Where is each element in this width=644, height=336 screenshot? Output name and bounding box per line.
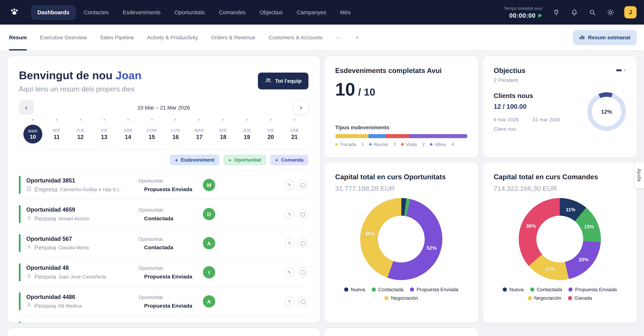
user-first-name: Joan	[116, 69, 142, 81]
status-label: Propuesta Enviada	[138, 273, 203, 280]
nav-mes[interactable]: Més	[334, 5, 356, 19]
events-count: 10 / 10	[335, 79, 468, 100]
opps-card-title: Capital total en curs Oportunitats	[335, 173, 468, 181]
welcome-card: Benvingut de nou Joan Aquí tens un resum…	[7, 56, 320, 323]
pencil-icon: ✎	[288, 240, 292, 246]
legend-dot	[372, 288, 376, 292]
circle-icon	[300, 212, 305, 216]
list-item[interactable]: Oportunidad 791 Oportunitat	[19, 316, 308, 323]
nav-esdeveniments[interactable]: Esdeveniments	[117, 5, 166, 19]
assignee-avatar[interactable]: I	[203, 266, 215, 278]
work-timer-value: 00:00:00	[509, 12, 536, 19]
calendar-day[interactable]: VIE13	[93, 119, 116, 144]
list-item[interactable]: Oportunidad 567 Persona Claudia Mena Opo…	[19, 229, 308, 258]
complete-button[interactable]	[298, 180, 308, 190]
play-icon[interactable]	[538, 13, 542, 17]
assignee-avatar[interactable]: A	[203, 295, 215, 307]
legend-dot	[530, 288, 534, 292]
calendar-day[interactable]: JUE12	[69, 119, 92, 144]
goal-dates: 9 mar 2026 31 mar 2026	[494, 117, 560, 123]
complete-button[interactable]	[298, 238, 308, 248]
nav-comandes[interactable]: Comandes	[213, 5, 251, 19]
calendar-day[interactable]: VIE20	[259, 119, 282, 144]
work-timer: Temps treballat avui 00:00:00	[504, 6, 542, 19]
person-icon	[26, 215, 32, 222]
app-logo[interactable]	[8, 6, 20, 18]
calendar-day[interactable]: JUE19	[235, 119, 258, 144]
nav-objectius[interactable]: Objectius	[254, 5, 288, 19]
tab-resum[interactable]: Resum	[9, 25, 27, 50]
weekly-summary-button[interactable]: Resum setmanal	[573, 30, 637, 45]
calendar-nav: ‹ 10 Mar – 21 Mar 2026 ›	[19, 100, 308, 115]
tabs-overflow-button[interactable]: ⋯	[336, 25, 342, 50]
pager-active-dot[interactable]	[616, 69, 622, 71]
pager-dot[interactable]	[624, 69, 626, 71]
list-item[interactable]: Oportunidad 4659 Persona Ismael Alonso O…	[19, 200, 308, 229]
events-card-title: Esdeveniments completats Avui	[335, 67, 468, 75]
nav-dashboards[interactable]: Dashboards	[31, 5, 76, 19]
search-icon[interactable]	[588, 8, 596, 16]
nav-oportunitats[interactable]: Oportunitats	[169, 5, 210, 19]
event-types-stacked-bar	[335, 134, 468, 138]
person-icon	[26, 273, 32, 280]
edit-button[interactable]: ✎	[285, 209, 294, 219]
theme-sun-icon[interactable]	[606, 8, 614, 16]
goal-percentage: 12%	[587, 92, 626, 131]
calendar-day[interactable]: LUN16	[164, 119, 187, 144]
edit-button[interactable]: ✎	[285, 297, 294, 306]
events-completed-card: Esdeveniments completats Avui 10 / 10 Ti…	[324, 56, 478, 158]
app: Dashboards Contactes Esdeveniments Oport…	[0, 0, 644, 336]
pencil-icon: ✎	[288, 299, 292, 304]
user-avatar[interactable]: J	[624, 6, 636, 18]
tab-executive-overview[interactable]: Executive Overview	[40, 25, 87, 50]
top-nav: Dashboards Contactes Esdeveniments Oport…	[0, 0, 644, 25]
list-item[interactable]: Oportunidad 48 Persona Juan José Castañe…	[19, 258, 308, 287]
row-accent-bar	[19, 234, 20, 252]
assignee-avatar[interactable]: A	[203, 237, 215, 249]
add-event-chip[interactable]: +Esdeveniment	[170, 155, 219, 165]
assignee-avatar[interactable]: D	[203, 208, 215, 220]
edit-button[interactable]: ✎	[285, 267, 294, 277]
list-item[interactable]: Oportunidad 4486 Persona Nil Medina Opor…	[19, 287, 308, 316]
goal-value: 12 / 100.00	[494, 103, 560, 110]
help-tab[interactable]: Ajuda	[634, 162, 644, 188]
legend-dot	[528, 296, 532, 300]
team-button[interactable]: Tot l'equip	[258, 73, 308, 89]
list-item[interactable]: Oportunidad 3851 Empresa Camacho-Godoy e…	[19, 171, 308, 200]
person-icon	[26, 302, 32, 309]
edit-button[interactable]: ✎	[285, 180, 294, 190]
opportunity-list: Oportunidad 3851 Empresa Camacho-Godoy e…	[19, 170, 308, 323]
welcome-subtitle: Aquí tens un resum dels propers dies	[19, 85, 142, 94]
calendar-day-strip: MAR10 MIÉ11 JUE12 VIE13 SÁB14 DOM15 LUN1…	[21, 119, 306, 144]
goal-name: Clients nous	[494, 92, 560, 100]
calendar-day[interactable]: MIÉ18	[212, 119, 234, 144]
tab-activity-productivity[interactable]: Activity & Productivity	[147, 25, 198, 50]
assignee-avatar[interactable]: M	[203, 179, 215, 191]
tab-orders-revenue[interactable]: Orders & Revenue	[211, 25, 256, 50]
calendar-day[interactable]: MIÉ11	[45, 119, 68, 144]
nav-campanyes[interactable]: Campanyes	[291, 5, 332, 19]
calendar-day[interactable]: SÁB14	[116, 119, 140, 144]
calendar-day[interactable]: DOM15	[140, 119, 163, 144]
row-accent-bar	[19, 322, 20, 323]
quick-add-chips: +Esdeveniment +Oportunitat +Comanda	[19, 149, 308, 165]
complete-button[interactable]	[298, 209, 308, 219]
add-opportunity-chip[interactable]: +Oportunitat	[223, 155, 266, 165]
tab-sales-pipeline[interactable]: Sales Pipeline	[100, 25, 134, 50]
calendar-day[interactable]: SÁB21	[283, 119, 306, 144]
nav-contactes[interactable]: Contactes	[78, 5, 114, 19]
add-dashboard-button[interactable]: +	[355, 25, 359, 50]
notifications-bell-icon[interactable]	[570, 8, 578, 16]
goals-pending-label: 2 Pendent	[494, 77, 526, 83]
topnav-right: Temps treballat avui 00:00:00 J	[504, 6, 637, 19]
complete-button[interactable]	[298, 297, 308, 306]
tab-customers-accounts[interactable]: Customers & Accounts	[268, 25, 322, 50]
calendar-day-selected[interactable]: MAR10	[21, 119, 44, 144]
edit-button[interactable]: ✎	[285, 238, 294, 248]
complete-button[interactable]	[298, 267, 308, 277]
plug-icon[interactable]	[552, 8, 560, 16]
dashboard-tabbar: Resum Executive Overview Sales Pipeline …	[0, 25, 644, 51]
calendar-day[interactable]: MAR17	[188, 119, 211, 144]
row-title: Oportunidad 3851	[26, 177, 138, 184]
add-order-chip[interactable]: +Comanda	[270, 155, 308, 165]
